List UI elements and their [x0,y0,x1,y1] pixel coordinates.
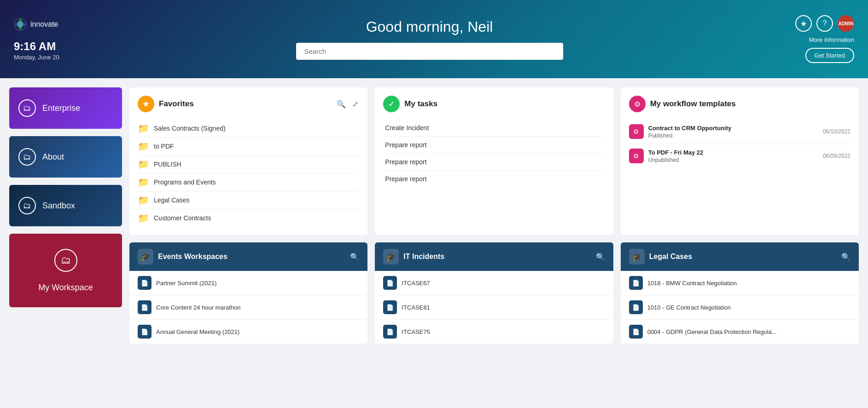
header-center: Good morning, Neil [87,18,771,60]
list-item[interactable]: 📄 Partner Summit (2021) [129,271,367,295]
incidents-card: 🎓 IT Incidents 🔍 📄 ITCASE67 📄 ITCASE81 📄… [375,242,613,344]
workflow-item-info: Contract to CRM Opportunity Published [648,125,818,139]
list-item[interactable]: 📄 ITCASE67 [375,271,613,295]
workspace-icon: 🗂 [54,249,77,272]
list-item-label: Annual General Meeting (2021) [156,328,239,335]
sandbox-icon: 🗂 [18,197,36,214]
list-item-label: ITCASE81 [402,304,430,311]
incidents-title-area: 🎓 IT Incidents [383,249,444,264]
events-card: 🎓 Events Workspaces 🔍 📄 Partner Summit (… [129,242,367,344]
list-item[interactable]: 📄 Core Content 24 hour marathon [129,295,367,320]
about-label: About [42,152,64,162]
events-title: Events Workspaces [158,253,227,261]
admin-avatar[interactable]: ADMIN [838,15,854,32]
favorites-search-btn[interactable]: 🔍 [336,99,347,109]
list-item-icon: 📄 [383,300,397,314]
greeting-text: Good morning, Neil [366,18,493,35]
folder-icon: 📁 [138,123,149,134]
favorites-list: 📁Sales Contracts (Signed)📁to PDF📁PUBLISH… [138,120,359,227]
fav-item-label: Customer Contracts [154,214,211,222]
workflow-item-icon: ⚙ [629,149,644,163]
list-item[interactable]: 📄 Annual General Meeting (2021) [129,320,367,344]
events-icon: 🎓 [138,249,153,264]
legal-search-btn[interactable]: 🔍 [841,253,851,261]
workflow-item-status: Unpublished [648,157,818,163]
workflow-list-item[interactable]: ⚙ To PDF - Fri May 22 Unpublished 06/09/… [629,144,851,168]
enterprise-icon: 🗂 [18,99,36,117]
list-item-icon: 📄 [138,300,151,314]
favorites-list-item[interactable]: 📁Sales Contracts (Signed) [138,120,359,138]
favorites-icon-btn[interactable]: ★ [795,15,812,32]
logo-text: innovate [30,20,58,29]
time-display: 9:16 AM [14,40,87,53]
sandbox-label: Sandbox [42,201,75,211]
folder-icon: 📁 [138,213,149,224]
legal-list: 📄 1018 - BMW Contract Negotiation 📄 1010… [621,271,859,344]
workflow-header: ⚙ My workflow templates [629,96,851,112]
more-info-label: More Information [809,36,854,43]
folder-icon: 📁 [138,141,149,152]
list-item[interactable]: 📄 0004 - GDPR (General Data Protection R… [621,320,859,344]
fav-item-label: Programs and Events [154,178,216,186]
sidebar-tile-enterprise[interactable]: 🗂 Enterprise [9,87,122,129]
favorites-list-item[interactable]: 📁Programs and Events [138,173,359,191]
folder-icon: 📁 [138,177,149,188]
favorites-header: ★ Favorites 🔍 ⤢ [138,96,359,112]
favorites-list-item[interactable]: 📁Legal Cases [138,191,359,209]
sidebar-tile-about[interactable]: 🗂 About [9,136,122,178]
incidents-list: 📄 ITCASE67 📄 ITCASE81 📄 ITCASE75 [375,271,613,344]
favorites-list-item[interactable]: 📁Customer Contracts [138,209,359,227]
folder-icon: 📁 [138,195,149,206]
list-item-label: Partner Summit (2021) [156,280,217,287]
tasks-check-icon: ✓ [383,96,400,112]
list-item-label: Core Content 24 hour marathon [156,304,241,311]
list-item-icon: 📄 [383,325,397,339]
favorites-expand-btn[interactable]: ⤢ [351,99,359,109]
task-list-item[interactable]: Prepare report [383,137,605,154]
list-item[interactable]: 📄 ITCASE81 [375,295,613,320]
incidents-icon: 🎓 [383,249,399,264]
date-display: Monday, June 20 [14,54,87,61]
workflow-list-item[interactable]: ⚙ Contract to CRM Opportunity Published … [629,120,851,144]
sidebar-tile-workspace[interactable]: 🗂 My Workspace [9,234,122,307]
help-icon-btn[interactable]: ? [816,15,833,32]
favorites-list-item[interactable]: 📁PUBLISH [138,155,359,173]
events-search-btn[interactable]: 🔍 [350,253,359,261]
legal-title: Legal Cases [649,253,692,261]
search-input[interactable] [296,43,563,60]
about-icon: 🗂 [18,148,36,166]
workflow-item-date: 06/09/2022 [823,153,851,159]
sidebar-tile-sandbox[interactable]: 🗂 Sandbox [9,185,122,226]
main-content: 🗂 Enterprise 🗂 About 🗂 Sandbox 🗂 My Work… [0,78,868,353]
favorites-star-icon: ★ [138,96,154,112]
fav-item-label: PUBLISH [154,161,181,168]
tasks-title-area: ✓ My tasks [383,96,437,112]
list-item-label: 0004 - GDPR (General Data Protection Reg… [647,328,777,335]
get-started-button[interactable]: Get Started [805,48,854,63]
list-item-icon: 📄 [138,325,151,339]
sidebar-tiles: 🗂 Enterprise 🗂 About 🗂 Sandbox 🗂 My Work… [9,87,122,344]
favorites-title-area: ★ Favorites [138,96,194,112]
list-item[interactable]: 📄 1018 - BMW Contract Negotiation [621,271,859,295]
task-list-item[interactable]: Create Incident [383,120,605,137]
list-item-icon: 📄 [629,276,643,290]
workflow-item-name: To PDF - Fri May 22 [648,149,818,156]
events-list: 📄 Partner Summit (2021) 📄 Core Content 2… [129,271,367,344]
incidents-title: IT Incidents [403,253,444,261]
workspace-label: My Workspace [38,283,93,293]
task-list-item[interactable]: Prepare report [383,171,605,187]
list-item-label: ITCASE67 [402,280,430,287]
header-icons: ★ ? ADMIN [795,15,854,32]
legal-card-header: 🎓 Legal Cases 🔍 [621,242,859,271]
workflow-item-info: To PDF - Fri May 22 Unpublished [648,149,818,163]
tasks-card: ✓ My tasks Create IncidentPrepare report… [375,87,613,235]
incidents-search-btn[interactable]: 🔍 [596,253,605,261]
list-item[interactable]: 📄 ITCASE75 [375,320,613,344]
list-item-icon: 📄 [629,300,643,314]
task-list-item[interactable]: Prepare report [383,154,605,171]
list-item[interactable]: 📄 1010 - GE Contract Negotiation [621,295,859,320]
workflow-item-status: Published [648,132,818,139]
favorites-list-item[interactable]: 📁to PDF [138,138,359,155]
logo-area: innovate [14,18,87,31]
tasks-title: My tasks [404,99,437,109]
